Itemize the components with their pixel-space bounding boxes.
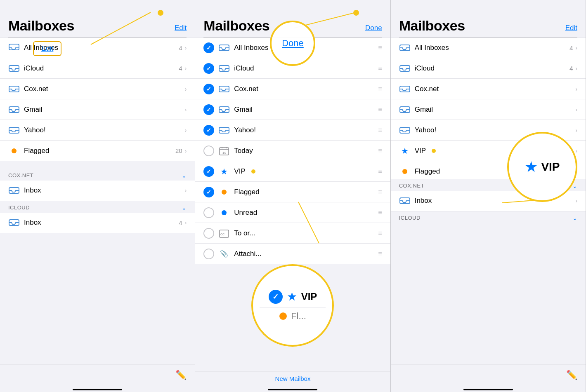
drag-handle-icon[interactable]: ≡	[378, 188, 382, 196]
check-circle[interactable]	[203, 166, 214, 177]
list-item[interactable]: Inbox ›	[0, 181, 195, 201]
drag-handle-icon[interactable]: ≡	[378, 230, 382, 237]
item-label: Gmail	[24, 106, 42, 114]
list-item[interactable]: Flagged 20 ›	[0, 141, 195, 161]
list-item[interactable]: Inbox ›	[391, 191, 586, 211]
section-chevron-icon[interactable]: ⌄	[572, 215, 577, 221]
check-circle-empty[interactable]	[203, 228, 214, 239]
list-item-vip[interactable]: ★ VIP ≡	[195, 161, 390, 182]
list-item[interactable]: Cox.net ≡	[195, 79, 390, 99]
list-item[interactable]: Inbox 4 ›	[0, 213, 195, 233]
compose-icon[interactable]: ✏️	[175, 370, 187, 380]
chevron-icon: ›	[575, 65, 577, 72]
drag-handle-icon[interactable]: ≡	[378, 85, 382, 93]
list-item-vip[interactable]: ★ VIP i ›	[391, 141, 586, 161]
item-label: Yahoo!	[234, 126, 256, 134]
check-circle-empty[interactable]	[203, 207, 214, 218]
compose-icon[interactable]: ✏️	[566, 370, 577, 380]
drag-handle-icon[interactable]: ≡	[378, 250, 382, 258]
chevron-icon: ›	[185, 45, 187, 51]
drag-handle-icon[interactable]: ≡	[378, 106, 382, 113]
item-label: VIP	[415, 147, 426, 155]
section-title: COX.NET	[8, 172, 33, 178]
check-circle[interactable]	[203, 84, 214, 94]
list-item[interactable]: Unread ≡	[195, 202, 390, 223]
zoom-star-icon: ★	[287, 290, 297, 303]
zoom-check-icon: ✓	[269, 290, 283, 304]
item-label: Inbox	[415, 197, 432, 205]
drag-handle-icon[interactable]: ≡	[378, 168, 382, 175]
drag-handle-icon[interactable]: ≡	[378, 65, 382, 72]
svg-text:CC: CC	[220, 233, 224, 236]
item-label: Cox.net	[24, 85, 48, 93]
list-item[interactable]: Flagged 20 ›	[391, 161, 586, 179]
inbox-icon	[218, 85, 230, 94]
list-item[interactable]: iCloud 4 ›	[391, 58, 586, 79]
chevron-icon: ›	[575, 197, 577, 204]
check-circle[interactable]	[203, 63, 214, 74]
check-circle[interactable]	[203, 187, 214, 197]
list-item[interactable]: Yahoo! ›	[0, 120, 195, 141]
item-label: All Inboxes	[24, 44, 58, 52]
check-circle[interactable]	[203, 42, 214, 53]
item-label: All Inboxes	[415, 44, 449, 52]
flagged-icon	[218, 188, 230, 197]
item-label: All Inboxes	[234, 44, 268, 52]
drag-handle-icon[interactable]: ≡	[378, 127, 382, 134]
list-item[interactable]: Gmail ›	[0, 99, 195, 120]
done-button[interactable]: Done	[365, 24, 382, 34]
home-bar-line	[268, 389, 317, 390]
zoom-flagged-label: Fl...	[291, 311, 306, 322]
list-item[interactable]: Flagged ≡	[195, 182, 390, 202]
list-item[interactable]: All Inboxes 4 ›	[391, 38, 586, 58]
panel-title-3: Mailboxes	[399, 18, 465, 34]
inbox-icon	[218, 43, 230, 52]
inbox-icon	[399, 196, 411, 205]
today-icon: 10	[218, 146, 230, 155]
list-item[interactable]: iCloud ≡	[195, 58, 390, 79]
list-item[interactable]: All Inboxes 4 ›	[0, 38, 195, 58]
list-item[interactable]: Cox.net ›	[0, 79, 195, 99]
item-label: Inbox	[24, 186, 41, 195]
drag-handle-icon[interactable]: ≡	[378, 44, 382, 52]
chevron-icon: ›	[185, 86, 187, 92]
edit-button-1[interactable]: Edit	[175, 24, 187, 34]
panel-title-2: Mailboxes	[203, 18, 269, 34]
inbox-icon	[8, 105, 20, 114]
list-item[interactable]: All Inboxes ≡	[195, 38, 390, 58]
check-circle-empty[interactable]	[203, 146, 214, 156]
inbox-icon	[218, 64, 230, 73]
section-title: COX.NET	[399, 183, 424, 189]
section-chevron-icon[interactable]: ⌄	[182, 204, 187, 211]
home-bar-3	[391, 385, 586, 392]
section-chevron-icon[interactable]: ⌄	[572, 183, 577, 189]
home-bar-2	[195, 385, 390, 392]
list-item[interactable]: Gmail ›	[391, 99, 586, 120]
section-header-coxnet-3: COX.NET ⌄	[391, 179, 586, 191]
check-circle[interactable]	[203, 125, 214, 136]
section-title: ICLOUD	[8, 204, 30, 211]
check-circle[interactable]	[203, 104, 214, 115]
flagged-icon	[399, 167, 411, 176]
panel-header-2: Mailboxes Done	[195, 0, 390, 37]
item-label: Yahoo!	[24, 126, 46, 134]
list-item[interactable]: Yahoo! ›	[391, 120, 586, 141]
list-item[interactable]: 10 Today ≡	[195, 141, 390, 161]
section-chevron-icon[interactable]: ⌄	[182, 172, 187, 179]
list-item[interactable]: Yahoo! ≡	[195, 120, 390, 141]
drag-handle-icon[interactable]: ≡	[378, 147, 382, 155]
list-item[interactable]: 📎 Attachi... ≡	[195, 244, 390, 264]
item-badge: 20	[175, 147, 182, 154]
item-badge: 4	[179, 65, 182, 72]
panel-footer-1: ✏️	[0, 364, 195, 385]
drag-handle-icon[interactable]: ≡	[378, 209, 382, 216]
list-item[interactable]: Cox.net ›	[391, 79, 586, 99]
list-item[interactable]: CC To or... ≡	[195, 223, 390, 244]
list-item[interactable]: Gmail ≡	[195, 99, 390, 120]
new-mailbox-link[interactable]: New Mailbox	[195, 371, 390, 385]
list-item[interactable]: iCloud 4 ›	[0, 58, 195, 79]
info-icon[interactable]: i	[564, 146, 573, 155]
edit-button-3[interactable]: Edit	[565, 24, 577, 34]
chevron-icon: ›	[185, 148, 187, 154]
check-circle-empty[interactable]	[203, 249, 214, 259]
